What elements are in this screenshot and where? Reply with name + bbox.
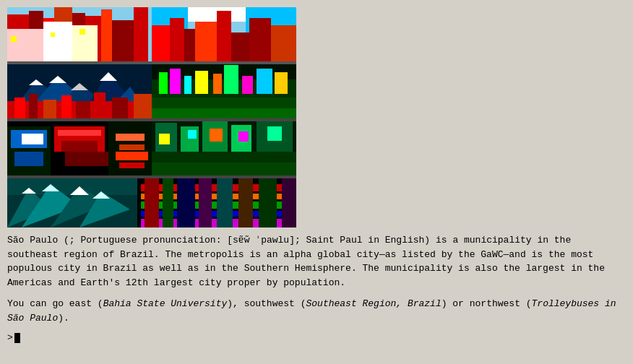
svg-rect-19 <box>217 11 231 61</box>
svg-rect-56 <box>213 74 222 94</box>
svg-rect-69 <box>14 152 43 166</box>
city-image <box>7 7 296 228</box>
svg-rect-114 <box>217 178 233 228</box>
svg-rect-62 <box>152 108 296 118</box>
svg-rect-43 <box>29 94 38 118</box>
svg-rect-73 <box>65 152 108 166</box>
svg-rect-9 <box>112 20 134 61</box>
svg-rect-20 <box>231 32 249 61</box>
svg-rect-111 <box>163 178 173 228</box>
svg-rect-55 <box>195 71 208 94</box>
svg-rect-59 <box>257 69 272 94</box>
svg-rect-87 <box>159 134 170 144</box>
svg-rect-48 <box>112 98 128 118</box>
image-section <box>7 7 300 228</box>
nav-text-middle1: ), southwest ( <box>227 298 306 309</box>
svg-rect-115 <box>238 178 253 228</box>
svg-rect-112 <box>177 178 195 228</box>
svg-rect-54 <box>184 76 191 94</box>
svg-rect-90 <box>238 131 249 142</box>
svg-rect-58 <box>242 76 253 94</box>
svg-rect-77 <box>116 152 148 160</box>
svg-rect-47 <box>94 92 106 118</box>
svg-rect-110 <box>145 178 159 228</box>
svg-rect-22 <box>271 25 296 61</box>
svg-rect-24 <box>43 22 72 61</box>
nav-text-middle2: ) or northwest ( <box>442 298 532 309</box>
svg-rect-76 <box>119 144 145 150</box>
prompt-symbol: > <box>7 332 13 343</box>
svg-rect-72 <box>61 141 98 152</box>
svg-rect-78 <box>119 162 145 168</box>
svg-rect-15 <box>152 25 170 61</box>
nav-text-after: ). <box>58 313 69 324</box>
svg-rect-60 <box>275 72 288 94</box>
nav-text-before: You can go east ( <box>7 298 103 309</box>
svg-rect-26 <box>11 36 17 42</box>
svg-rect-49 <box>134 94 152 118</box>
main-container: São Paulo (; Portuguese pronunciation: [… <box>0 0 633 364</box>
svg-rect-27 <box>51 32 55 37</box>
southeast-link[interactable]: Southeast Region, Brazil <box>306 298 441 309</box>
command-prompt[interactable]: > <box>7 332 626 343</box>
svg-rect-81 <box>152 162 296 176</box>
content-area <box>7 7 626 228</box>
full-text-section: São Paulo (; Portuguese pronunciation: [… <box>7 233 626 343</box>
svg-rect-18 <box>195 22 217 61</box>
svg-rect-53 <box>170 69 181 94</box>
svg-rect-42 <box>14 98 25 118</box>
navigation-links: You can go east (Bahia State University)… <box>7 297 626 325</box>
svg-rect-117 <box>282 178 296 228</box>
svg-rect-10 <box>134 7 148 61</box>
svg-rect-8 <box>101 9 112 61</box>
svg-rect-44 <box>43 100 56 118</box>
svg-rect-45 <box>61 95 72 118</box>
svg-rect-116 <box>259 178 277 228</box>
svg-rect-21 <box>249 18 271 61</box>
svg-rect-57 <box>224 65 238 94</box>
svg-rect-88 <box>188 130 197 139</box>
svg-rect-92 <box>7 176 296 178</box>
svg-rect-75 <box>116 134 145 141</box>
svg-rect-89 <box>210 129 223 142</box>
svg-rect-23 <box>7 29 43 61</box>
svg-rect-46 <box>76 101 90 118</box>
svg-rect-28 <box>79 29 85 35</box>
svg-rect-16 <box>170 18 184 61</box>
main-description: São Paulo (; Portuguese pronunciation: [… <box>7 233 626 290</box>
svg-rect-74 <box>58 130 101 136</box>
bahia-link[interactable]: Bahia State University <box>103 298 228 309</box>
svg-rect-91 <box>267 126 282 141</box>
cursor <box>14 333 20 343</box>
svg-rect-17 <box>184 29 195 61</box>
svg-rect-52 <box>159 72 168 94</box>
svg-rect-63 <box>7 118 296 121</box>
svg-rect-113 <box>199 178 212 228</box>
svg-rect-29 <box>7 61 296 64</box>
svg-rect-70 <box>22 134 43 144</box>
